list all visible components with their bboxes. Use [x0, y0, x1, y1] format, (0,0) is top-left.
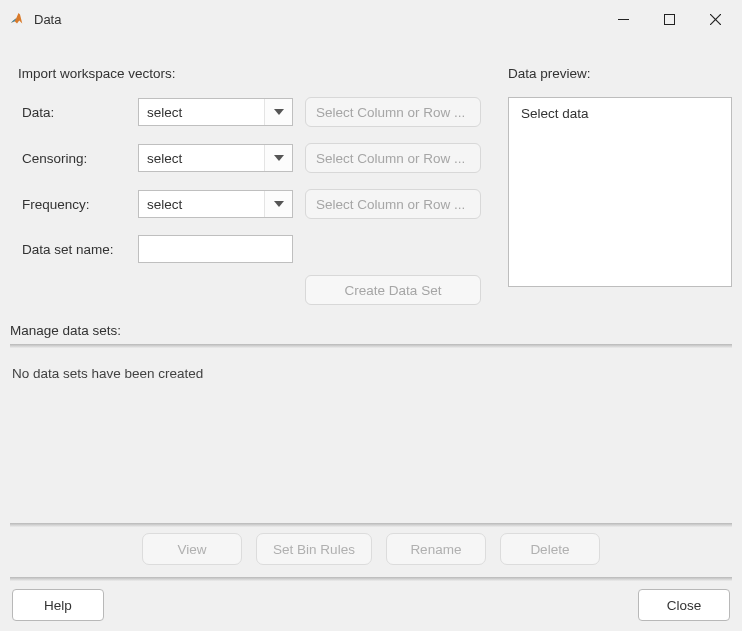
preview-area: Select data: [508, 97, 732, 287]
chevron-down-icon: [274, 155, 284, 161]
manage-heading: Manage data sets:: [10, 323, 121, 338]
frequency-label: Frequency:: [18, 197, 138, 212]
window-controls: [600, 4, 738, 34]
frequency-colrow-button: Select Column or Row ...: [305, 189, 481, 219]
data-select-value: select: [139, 105, 264, 120]
censoring-label: Censoring:: [18, 151, 138, 166]
close-icon: [710, 14, 721, 25]
minimize-icon: [618, 14, 629, 25]
data-label: Data:: [18, 105, 138, 120]
create-dataset-button: Create Data Set: [305, 275, 481, 305]
censoring-select-value: select: [139, 151, 264, 166]
frequency-select[interactable]: select: [138, 190, 293, 218]
preview-text: Select data: [521, 106, 589, 121]
dataset-name-input[interactable]: [138, 235, 293, 263]
import-heading: Import workspace vectors:: [18, 66, 490, 81]
data-select[interactable]: select: [138, 98, 293, 126]
close-button[interactable]: Close: [638, 589, 730, 621]
censoring-select-arrow[interactable]: [264, 145, 292, 171]
datasets-empty-text: No data sets have been created: [12, 366, 203, 381]
help-button[interactable]: Help: [12, 589, 104, 621]
censoring-colrow-button: Select Column or Row ...: [305, 143, 481, 173]
chevron-down-icon: [274, 201, 284, 207]
frequency-select-arrow[interactable]: [264, 191, 292, 217]
censoring-select[interactable]: select: [138, 144, 293, 172]
titlebar: Data: [0, 0, 742, 38]
window-title: Data: [34, 12, 61, 27]
svg-rect-1: [664, 14, 674, 24]
dataset-name-label: Data set name:: [18, 242, 138, 257]
maximize-button[interactable]: [646, 4, 692, 34]
frequency-select-value: select: [139, 197, 264, 212]
data-dialog-window: Data Import workspace vectors: Data: sel…: [0, 0, 742, 631]
dialog-body: Import workspace vectors: Data: select S…: [0, 38, 742, 631]
datasets-list-area: No data sets have been created: [10, 348, 732, 519]
minimize-button[interactable]: [600, 4, 646, 34]
set-bin-rules-button: Set Bin Rules: [256, 533, 372, 565]
close-window-button[interactable]: [692, 4, 738, 34]
chevron-down-icon: [274, 109, 284, 115]
view-button: View: [142, 533, 242, 565]
matlab-icon: [8, 10, 26, 28]
data-colrow-button: Select Column or Row ...: [305, 97, 481, 127]
maximize-icon: [664, 14, 675, 25]
delete-button: Delete: [500, 533, 600, 565]
rename-button: Rename: [386, 533, 486, 565]
preview-heading: Data preview:: [508, 66, 732, 81]
data-select-arrow[interactable]: [264, 99, 292, 125]
